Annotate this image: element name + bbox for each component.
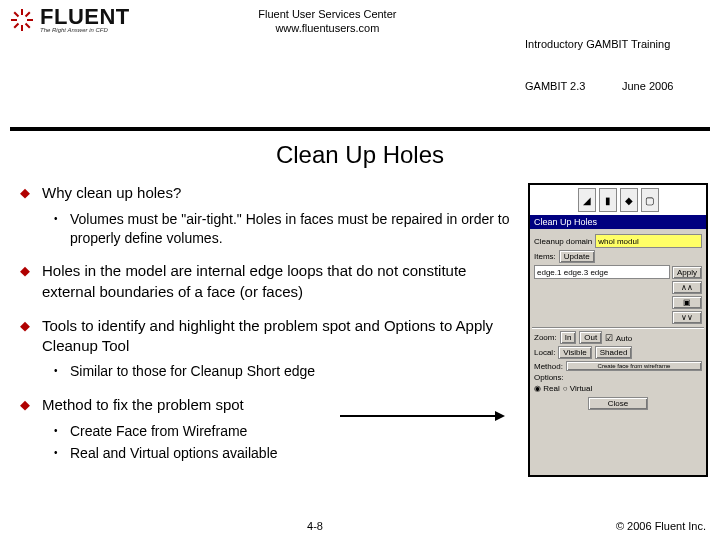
- sunburst-icon: [10, 8, 34, 32]
- bullet-why-sub1: Volumes must be "air-tight." Holes in fa…: [42, 210, 520, 248]
- zoom-out-button[interactable]: Out: [579, 331, 602, 344]
- apply-button[interactable]: Apply: [672, 266, 702, 279]
- nav-down-button[interactable]: ∨∨: [672, 311, 702, 324]
- training-meta: GAMBIT 2.3 June 2006: [525, 79, 710, 93]
- brand-name: FLUENT: [40, 6, 130, 28]
- services-center: Fluent User Services Center: [130, 8, 525, 22]
- slide-title: Clean Up Holes: [0, 141, 720, 169]
- svg-rect-4: [25, 11, 31, 17]
- domain-field[interactable]: whol modul: [595, 234, 702, 248]
- arrow-line: [340, 415, 495, 417]
- brand-logo: FLUENT The Right Answer in CFD: [10, 6, 130, 33]
- separator: [532, 327, 704, 328]
- nav-mid-button[interactable]: ▣: [672, 296, 702, 309]
- svg-rect-6: [14, 11, 20, 17]
- close-button[interactable]: Close: [588, 397, 648, 410]
- domain-label: Cleanup domain: [534, 237, 592, 246]
- brand-tagline: The Right Answer in CFD: [40, 27, 130, 33]
- option-real-radio[interactable]: Real: [534, 384, 560, 393]
- bullet-tools-sub1: Similar to those for Cleanup Short edge: [42, 362, 520, 381]
- method-select[interactable]: Create face from wireframe: [566, 361, 702, 371]
- auto-checkbox[interactable]: Auto: [605, 333, 632, 343]
- services-url: www.fluentusers.com: [130, 22, 525, 36]
- option-virtual-radio[interactable]: Virtual: [563, 384, 593, 393]
- svg-rect-7: [25, 22, 31, 28]
- bullet-column: Why clean up holes? Volumes must be "air…: [12, 183, 528, 477]
- bullet-tools: Tools to identify and highlight the prob…: [12, 316, 520, 381]
- panel-toolbar: ◢ ▮ ◆ ▢: [530, 185, 706, 215]
- bullet-method: Method to fix the problem spot Create Fa…: [12, 395, 520, 463]
- bullet-why: Why clean up holes? Volumes must be "air…: [12, 183, 520, 247]
- svg-rect-1: [21, 25, 23, 31]
- items-label: Items:: [534, 252, 556, 261]
- tool-icon-1[interactable]: ◢: [578, 188, 596, 212]
- header-rule: [10, 127, 710, 131]
- tool-icon-3[interactable]: ◆: [620, 188, 638, 212]
- svg-rect-3: [27, 19, 33, 21]
- header-right: Introductory GAMBIT Training GAMBIT 2.3 …: [525, 6, 710, 122]
- tool-icon-4[interactable]: ▢: [641, 188, 659, 212]
- svg-rect-5: [14, 22, 20, 28]
- nav-up-button[interactable]: ∧∧: [672, 281, 702, 294]
- copyright: © 2006 Fluent Inc.: [616, 520, 706, 532]
- bullet-holes-def: Holes in the model are internal edge loo…: [12, 261, 520, 302]
- bullet-method-sub1: Create Face from Wireframe: [42, 422, 520, 441]
- edge-list-field[interactable]: edge.1 edge.3 edge: [534, 265, 670, 279]
- shaded-toggle[interactable]: Shaded: [595, 346, 633, 359]
- zoom-label: Zoom:: [534, 333, 557, 342]
- cleanup-panel: ◢ ▮ ◆ ▢ Clean Up Holes Cleanup domain wh…: [528, 183, 708, 477]
- zoom-in-button[interactable]: In: [560, 331, 577, 344]
- training-title: Introductory GAMBIT Training: [525, 37, 710, 51]
- footer: 4-8 © 2006 Fluent Inc.: [0, 520, 720, 532]
- header-center: Fluent User Services Center www.fluentus…: [130, 6, 525, 36]
- visible-toggle[interactable]: Visible: [558, 346, 591, 359]
- local-label: Local:: [534, 348, 555, 357]
- svg-rect-2: [11, 19, 17, 21]
- content: Why clean up holes? Volumes must be "air…: [0, 183, 720, 477]
- svg-rect-0: [21, 9, 23, 15]
- page-number: 4-8: [14, 520, 616, 532]
- options-label: Options:: [534, 373, 702, 382]
- arrow-head-icon: [495, 411, 505, 421]
- tool-icon-2[interactable]: ▮: [599, 188, 617, 212]
- update-button[interactable]: Update: [559, 250, 595, 263]
- panel-title: Clean Up Holes: [530, 215, 706, 229]
- header: FLUENT The Right Answer in CFD Fluent Us…: [0, 0, 720, 124]
- method-label: Method:: [534, 362, 563, 371]
- bullet-method-sub2: Real and Virtual options available: [42, 444, 520, 463]
